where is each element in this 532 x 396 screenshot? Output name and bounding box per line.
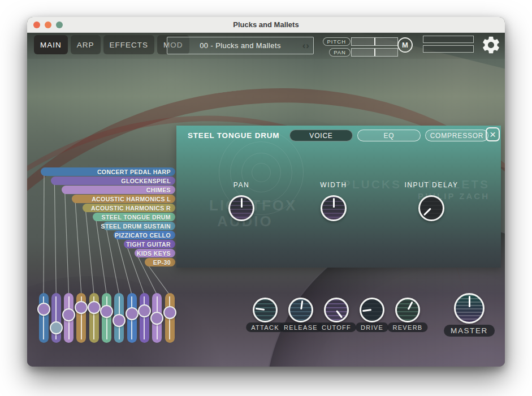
titlebar: Plucks and Mallets bbox=[27, 17, 505, 33]
panel-title: STEEL TONGUE DRUM bbox=[188, 131, 279, 140]
plugin-window: Plucks and Mallets MAINARPEFFECTSMOD 00 … bbox=[27, 17, 505, 367]
meter-left bbox=[423, 36, 474, 43]
layer-bar-steel-drum-sustain[interactable]: STEEL DRUM SUSTAIN bbox=[103, 222, 175, 230]
knob-pointer bbox=[241, 198, 243, 208]
preset-nav: ‹ › bbox=[302, 37, 309, 54]
pitch-slider[interactable] bbox=[351, 37, 398, 46]
fader-steel-tongue-drum[interactable] bbox=[102, 293, 111, 343]
tab-effects[interactable]: EFFECTS bbox=[103, 35, 155, 54]
knob-pan[interactable] bbox=[228, 195, 254, 221]
connector-line bbox=[96, 220, 107, 295]
layer-bar-ep-30[interactable]: EP-30 bbox=[145, 258, 175, 266]
tab-arp[interactable]: ARP bbox=[71, 35, 101, 54]
connector-line bbox=[44, 175, 44, 295]
layer-bar-acoustic-harmonics-l[interactable]: ACOUSTIC HARMONICS L bbox=[72, 195, 175, 203]
fader-thumb-pizzicato-cello[interactable] bbox=[126, 307, 139, 320]
layer-bar-concert-pedal-harp[interactable]: CONCERT PEDAL HARP bbox=[41, 167, 175, 176]
window-title: Plucks and Mallets bbox=[233, 20, 299, 29]
preset-next-icon[interactable]: › bbox=[306, 40, 309, 51]
preset-prev-icon[interactable]: ‹ bbox=[302, 40, 306, 51]
layer-bar-chimes[interactable]: CHIMES bbox=[62, 186, 175, 194]
traffic-lights bbox=[33, 17, 63, 33]
pan-label: PAN bbox=[329, 48, 351, 57]
knob-input-delay[interactable] bbox=[418, 195, 444, 221]
knob-label-pan: PAN bbox=[233, 181, 250, 189]
fader-acoustic-harmonics-r[interactable] bbox=[89, 293, 99, 343]
fader-thumb-acoustic-harmonics-r[interactable] bbox=[88, 301, 101, 314]
connector-line bbox=[75, 202, 81, 295]
fader-thumb-glockenspiel[interactable] bbox=[50, 321, 63, 334]
layer-bar-acoustic-harmonics-r[interactable]: ACOUSTIC HARMONICS R bbox=[83, 204, 175, 212]
fader-thumb-kids-keys[interactable] bbox=[150, 312, 163, 325]
pitch-label: PITCH bbox=[323, 37, 351, 46]
zoom-window-button[interactable] bbox=[56, 21, 63, 28]
fader-chimes[interactable] bbox=[64, 293, 73, 343]
fader-ep-30[interactable] bbox=[165, 293, 175, 343]
panel-close-button[interactable]: × bbox=[486, 127, 500, 141]
output-meters bbox=[423, 36, 474, 55]
layer-bar-glockenspiel[interactable]: GLOCKENSPIEL bbox=[51, 177, 175, 185]
panel-tab-compressor[interactable]: COMPRESSOR bbox=[425, 130, 488, 141]
fader-acoustic-harmonics-l[interactable] bbox=[76, 293, 86, 343]
pan-slider[interactable] bbox=[351, 48, 398, 57]
preset-selector[interactable]: 00 - Plucks and Mallets ‹ › bbox=[167, 37, 314, 54]
preset-name: 00 - Plucks and Mallets bbox=[200, 41, 281, 50]
knob-pointer bbox=[423, 208, 431, 216]
knob-rotor bbox=[322, 197, 345, 219]
settings-gear-icon[interactable] bbox=[481, 35, 501, 55]
toolbar: MAINARPEFFECTSMOD 00 - Plucks and Mallet… bbox=[27, 33, 505, 59]
layer-bar-tight-guitar[interactable]: TIGHT GUITAR bbox=[124, 240, 175, 248]
fader-thumb-tight-guitar[interactable] bbox=[138, 304, 151, 317]
layer-edit-panel: LIGHTFOX AUDIO PLUCKS & MALLETS PHILIP Z… bbox=[176, 126, 501, 268]
fader-thumb-steel-tongue-drum[interactable] bbox=[100, 305, 113, 318]
meter-right bbox=[423, 45, 474, 53]
layer-bar-kids-keys[interactable]: KIDS KEYS bbox=[135, 249, 175, 257]
panel-tabs: VOICEEQCOMPRESSOR bbox=[289, 130, 488, 141]
connector-line bbox=[148, 265, 170, 295]
tab-main[interactable]: MAIN bbox=[34, 35, 68, 54]
pitch-slider-handle[interactable] bbox=[374, 38, 375, 45]
connector-line bbox=[86, 211, 94, 295]
pan-slider-handle[interactable] bbox=[374, 49, 375, 56]
fader-steel-drum-sustain[interactable] bbox=[114, 293, 124, 343]
fader-track-line bbox=[144, 296, 145, 339]
close-window-button[interactable] bbox=[33, 21, 40, 28]
fader-tight-guitar[interactable] bbox=[140, 293, 149, 343]
knob-rotor bbox=[418, 195, 444, 221]
plugin-ui: MAINARPEFFECTSMOD 00 - Plucks and Mallet… bbox=[27, 33, 505, 367]
watermark-ring-icon bbox=[252, 163, 271, 182]
fader-thumb-ep-30[interactable] bbox=[163, 306, 176, 319]
knob-label-width: WIDTH bbox=[320, 181, 347, 189]
connector-line bbox=[54, 184, 56, 295]
fader-thumb-chimes[interactable] bbox=[62, 308, 75, 321]
connector-line bbox=[65, 193, 69, 295]
knob-label-input-delay: INPUT DELAY bbox=[404, 181, 458, 189]
fader-kids-keys[interactable] bbox=[152, 293, 162, 343]
panel-tab-voice[interactable]: VOICE bbox=[289, 130, 353, 141]
layer-bar-steel-tongue-drum[interactable]: STEEL TONGUE DRUM bbox=[93, 213, 175, 221]
fader-thumb-steel-drum-sustain[interactable] bbox=[113, 314, 126, 327]
fader-track-line bbox=[106, 296, 107, 339]
fader-glockenspiel[interactable] bbox=[51, 293, 61, 343]
knob-pointer bbox=[333, 198, 335, 208]
minimize-window-button[interactable] bbox=[45, 21, 51, 28]
panel-tab-eq[interactable]: EQ bbox=[357, 130, 421, 141]
fader-thumb-acoustic-harmonics-l[interactable] bbox=[75, 301, 88, 314]
fader-concert-pedal-harp[interactable] bbox=[39, 293, 49, 343]
fader-thumb-concert-pedal-harp[interactable] bbox=[37, 303, 50, 316]
layer-bar-pizzicato-cello[interactable]: PIZZICATO CELLO bbox=[114, 231, 175, 239]
knob-rotor bbox=[230, 197, 253, 219]
knob-width[interactable] bbox=[321, 195, 347, 221]
midi-button[interactable]: M bbox=[397, 37, 413, 53]
fader-pizzicato-cello[interactable] bbox=[127, 293, 137, 343]
nav-tabs: MAINARPEFFECTSMOD bbox=[34, 35, 189, 54]
